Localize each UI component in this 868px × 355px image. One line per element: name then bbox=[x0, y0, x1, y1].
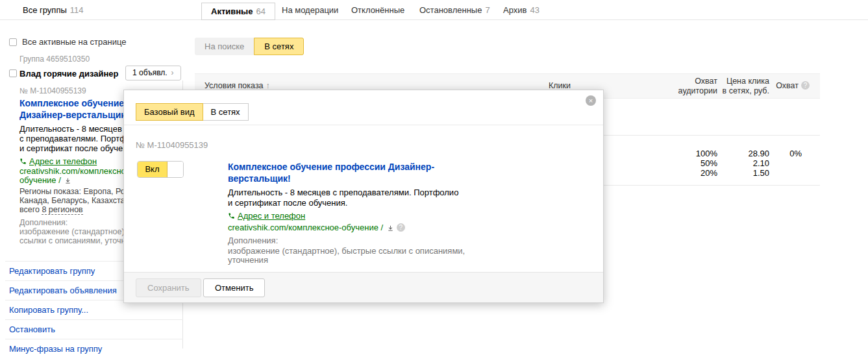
chevron-right-icon: › bbox=[171, 68, 174, 77]
tab-stopped-label: Остановленные bbox=[419, 5, 482, 15]
select-all-row: Все активные на странице bbox=[9, 37, 126, 47]
column-header-clicks[interactable]: Клики bbox=[549, 81, 571, 90]
modal-footer: Сохранить Отменить bbox=[124, 272, 603, 302]
modal-additions-label: Дополнения: bbox=[228, 236, 278, 245]
tab-all-groups[interactable]: Все группы114 bbox=[23, 0, 84, 20]
phone-icon bbox=[228, 212, 235, 219]
tab-archive-count: 43 bbox=[530, 5, 539, 15]
column-header-reach-label: Охват bbox=[776, 81, 799, 90]
click-price-value: 1.50 bbox=[704, 168, 769, 178]
modal-ad-text: Длительность - 8 месяцев с преподавателя… bbox=[228, 188, 458, 197]
phone-icon bbox=[19, 158, 27, 165]
column-header-conditions[interactable]: Условия показа↑ bbox=[205, 81, 270, 90]
download-vcard-icon[interactable] bbox=[387, 225, 394, 232]
ad-url-line[interactable]: creativshik.com/комплексное- bbox=[19, 166, 133, 176]
group-checkbox[interactable] bbox=[9, 69, 17, 77]
tab-moderation[interactable]: На модерации bbox=[282, 0, 338, 20]
ad-title-link[interactable]: Дизайнер-верстальщик! bbox=[19, 110, 129, 120]
action-stop[interactable]: Остановить bbox=[5, 319, 183, 339]
select-all-checkbox[interactable] bbox=[9, 38, 17, 46]
modal-additions-text: уточнения bbox=[228, 255, 268, 265]
modal-tabs: Базовый вид В сетях bbox=[136, 103, 249, 121]
save-button[interactable]: Сохранить bbox=[136, 278, 201, 297]
ad-number: № М-11040955139 bbox=[19, 86, 86, 95]
ad-status-toggle-knob bbox=[167, 162, 183, 177]
tab-rejected[interactable]: Отклонённые bbox=[351, 0, 404, 20]
modal-contact-row: Адрес и телефон bbox=[228, 211, 305, 221]
help-icon[interactable]: ? bbox=[397, 223, 405, 232]
help-icon[interactable]: ? bbox=[801, 81, 810, 90]
cancel-button[interactable]: Отменить bbox=[203, 278, 265, 297]
yandex-direct-campaign-page: Все группы114 Активные64 На модерации От… bbox=[0, 0, 868, 355]
modal-ad-number: № М-11040955139 bbox=[136, 140, 208, 150]
download-vcard-icon[interactable] bbox=[64, 177, 71, 184]
group-name: Влад горячие дизайнер bbox=[19, 69, 118, 79]
regions-text: Канада, Беларусь, Казахстан, bbox=[19, 196, 132, 205]
ad-preview-modal: × Базовый вид В сетях № М-11040955139 Вк… bbox=[123, 90, 604, 303]
ads-count-button[interactable]: 1 объявл.› bbox=[125, 66, 181, 80]
click-price-value: 2.10 bbox=[704, 158, 769, 168]
tab-all-groups-count: 114 bbox=[70, 5, 84, 15]
modal-ad-text: и сертификат после обучения. bbox=[228, 198, 347, 208]
modal-additions-text: изображение (стандартное), быстрые ссылк… bbox=[228, 246, 465, 256]
group-id-caption: Группа 4659510350 bbox=[19, 55, 90, 64]
ad-status-toggle-on-label: Вкл bbox=[138, 162, 167, 177]
tab-active-label: Активные bbox=[211, 6, 253, 16]
ad-text: Длительность - 8 месяцев bbox=[19, 124, 122, 134]
modal-tab-in-networks[interactable]: В сетях bbox=[203, 103, 249, 121]
ad-url-line: обучение / bbox=[19, 175, 71, 185]
action-negative-keywords[interactable]: Минус-фразы на группу bbox=[5, 339, 183, 355]
address-phone-link[interactable]: Адрес и телефон bbox=[29, 156, 97, 166]
column-header-conditions-label: Условия показа bbox=[205, 81, 264, 90]
additions-label: Дополнения: bbox=[19, 218, 68, 227]
modal-ad-title-link[interactable]: верстальщик! bbox=[228, 173, 291, 184]
modal-address-phone-link[interactable]: Адрес и телефон bbox=[238, 211, 305, 221]
placement-filter: На поиске В сетях bbox=[195, 38, 304, 55]
sort-ascending-icon: ↑ bbox=[266, 81, 270, 90]
ad-status-toggle[interactable]: Вкл bbox=[137, 161, 184, 178]
modal-ad-url-link[interactable]: creativshik.com/комплексное-обучение / bbox=[228, 223, 386, 232]
tab-rejected-label: Отклонённые bbox=[351, 5, 404, 15]
ad-title-link[interactable]: Комплексное обучение bbox=[19, 98, 124, 108]
regions-total-row: всего 8 регионов bbox=[19, 205, 83, 214]
tab-active[interactable]: Активные64 bbox=[201, 3, 275, 20]
filter-on-search-button[interactable]: На поиске bbox=[195, 38, 254, 55]
filter-in-networks-button[interactable]: В сетях bbox=[254, 38, 304, 55]
reach-value: 0% bbox=[737, 149, 802, 158]
tab-archive[interactable]: Архив43 bbox=[503, 0, 539, 20]
top-tab-bar: Все группы114 Активные64 На модерации От… bbox=[0, 0, 868, 20]
tab-archive-label: Архив bbox=[503, 5, 527, 15]
tab-moderation-label: На модерации bbox=[282, 5, 338, 15]
regions-count-link[interactable]: 8 регионов bbox=[42, 205, 82, 215]
modal-tab-basic-view[interactable]: Базовый вид bbox=[136, 103, 203, 121]
close-icon[interactable]: × bbox=[586, 95, 596, 106]
ad-text: и сертификат после обучения. bbox=[19, 143, 139, 153]
tab-active-count: 64 bbox=[256, 6, 265, 16]
modal-ad-title-link[interactable]: Комплексное обучение профессии Дизайнер- bbox=[228, 162, 434, 172]
modal-divider bbox=[124, 125, 603, 125]
contact-info-row: Адрес и телефон bbox=[19, 156, 97, 166]
tab-stopped-count: 7 bbox=[485, 5, 490, 15]
tab-stopped[interactable]: Остановленные7 bbox=[419, 0, 490, 20]
modal-ad-url-row: creativshik.com/комплексное-обучение / ? bbox=[228, 223, 405, 232]
tab-all-groups-label: Все группы bbox=[23, 5, 67, 15]
select-all-label: Все активные на странице bbox=[22, 37, 126, 47]
ads-count-label: 1 объявл. bbox=[132, 68, 167, 77]
regions-total-prefix: всего bbox=[19, 205, 42, 214]
column-header-reach[interactable]: Охват? bbox=[745, 81, 810, 90]
ad-url-link[interactable]: обучение / bbox=[19, 175, 63, 185]
